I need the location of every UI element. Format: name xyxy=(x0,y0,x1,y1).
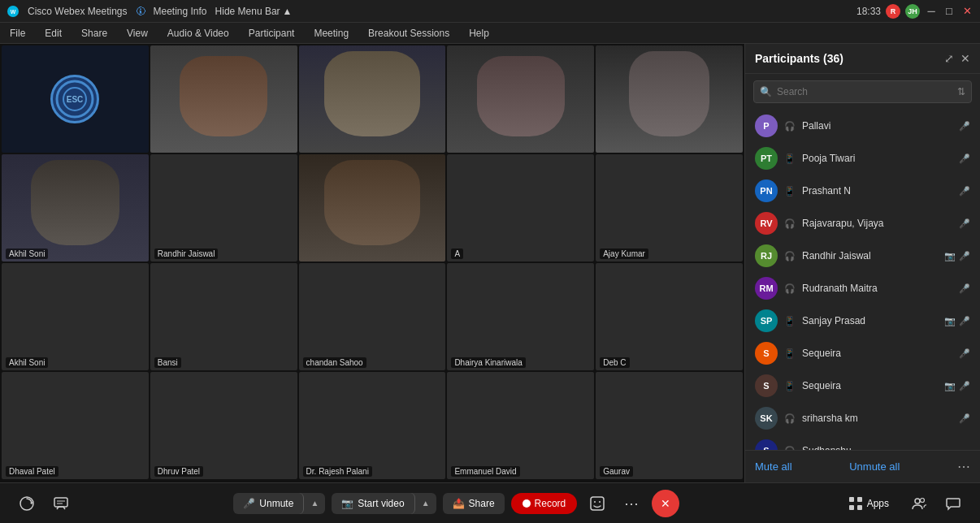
rotate-view-button[interactable] xyxy=(13,490,41,517)
close-button[interactable]: ✕ xyxy=(960,5,973,18)
share-button[interactable]: 📤 Share xyxy=(443,493,505,514)
video-name-gaurav: Gaurav xyxy=(600,466,633,477)
esc-logo: ESC xyxy=(50,75,99,123)
end-meeting-button[interactable]: ✕ xyxy=(652,490,679,517)
menu-audio-video[interactable]: Audio & Video xyxy=(164,26,232,41)
participant-item-sequeira2[interactable]: S 📱 Sequeira 📷 🎤 xyxy=(748,370,977,402)
icons-pallavi: 🎤 xyxy=(959,121,970,132)
video-row-1: ESC xyxy=(2,45,743,153)
video-name-akhil: Akhil Soni xyxy=(6,249,48,259)
participant-item-pooja[interactable]: PT 📱 Pooja Tiwari 🎤 xyxy=(748,142,977,175)
menu-file[interactable]: File xyxy=(7,26,28,41)
participants-list: P 🎧 Pallavi 🎤 PT 📱 Pooja Tiwari 🎤 PN 📱 P… xyxy=(745,110,980,450)
chat-button[interactable] xyxy=(47,490,75,517)
restore-button[interactable]: □ xyxy=(943,5,956,18)
participant-item-sriharsha[interactable]: SK 🎧 sriharsha km 🎤 xyxy=(748,402,977,434)
svg-point-18 xyxy=(920,498,924,502)
menu-view[interactable]: View xyxy=(124,26,151,41)
menu-edit[interactable]: Edit xyxy=(41,26,65,41)
chat-panel-button[interactable] xyxy=(939,490,967,517)
participant-item-pallavi[interactable]: P 🎧 Pallavi 🎤 xyxy=(748,110,977,142)
avatar-pooja: PT xyxy=(755,147,778,170)
close-panel-button[interactable]: ✕ xyxy=(960,52,970,65)
svg-point-11 xyxy=(594,501,596,503)
menu-help[interactable]: Help xyxy=(466,26,492,41)
unmute-dropdown[interactable]: ▲ xyxy=(304,494,325,512)
mute-icon-seq1: 🎤 xyxy=(959,348,970,359)
toolbar-left xyxy=(13,490,75,517)
more-options-button[interactable]: ⋯ xyxy=(957,459,970,474)
hide-menu-button[interactable]: Hide Menu Bar ▲ xyxy=(215,6,293,17)
chat-panel-icon xyxy=(945,495,961,512)
svg-rect-16 xyxy=(857,505,862,510)
menu-bar: File Edit Share View Audio & Video Parti… xyxy=(0,23,980,44)
menu-participant[interactable]: Participant xyxy=(245,26,298,41)
bottom-toolbar: 🎤 Unmute ▲ 📷 Start video ▲ 📤 Share Recor… xyxy=(0,482,980,523)
unmute-all-button[interactable]: Unmute all xyxy=(849,460,900,473)
icons-seq1: 🎤 xyxy=(959,348,970,359)
panel-icons: ⤢ ✕ xyxy=(944,52,970,65)
name-sequeira2: Sequeira xyxy=(802,380,938,391)
video-cell-p3 xyxy=(299,45,446,153)
video-name-akhil-s: Akhil Soni xyxy=(6,357,48,368)
title-bar-left: W Cisco Webex Meetings 🛈 Meeting Info Hi… xyxy=(7,5,292,18)
meeting-info-button[interactable]: Meeting Info xyxy=(154,6,207,17)
video-name-emmanuel: Emmanuel David xyxy=(451,466,519,477)
apps-button[interactable]: Apps xyxy=(839,491,899,516)
participants-button[interactable] xyxy=(905,490,933,517)
avatar-pallavi: P xyxy=(755,115,778,137)
avatar-sriharsha: SK xyxy=(755,407,778,430)
mic-icon: 🎤 xyxy=(243,498,255,509)
video-name-dhruv: Dhruv Patel xyxy=(154,466,203,477)
video-name-deb: Deb C xyxy=(600,357,629,368)
phone-icon-pooja: 📱 xyxy=(784,153,796,164)
start-video-button[interactable]: 📷 Start video xyxy=(332,493,414,514)
video-chevron-icon: ▲ xyxy=(422,499,430,508)
video-name-rajesh: Dr. Rajesh Palani xyxy=(303,466,372,477)
avatar-2: JH xyxy=(905,4,920,19)
headset-icon-randhir: 🎧 xyxy=(784,251,796,262)
video-dropdown[interactable]: ▲ xyxy=(415,494,436,512)
mute-icon-pooja: 🎤 xyxy=(959,153,970,164)
video-row-3: Akhil Soni Bansi chandan Sahoo Dhairya K… xyxy=(2,263,743,370)
video-cell-akhil-s: Akhil Soni xyxy=(2,263,149,370)
video-name-dhaval: Dhaval Patel xyxy=(6,466,59,477)
participant-item-sanjay[interactable]: SP 📱 Sanjay Prasad 📷 🎤 xyxy=(748,305,977,337)
participant-item-randhir[interactable]: RJ 🎧 Randhir Jaiswal 📷 🎤 xyxy=(748,240,977,272)
video-cell-bansi: Bansi xyxy=(150,263,297,370)
menu-breakout[interactable]: Breakout Sessions xyxy=(365,26,453,41)
video-grid: ESC Akhil Soni Rand xyxy=(0,44,744,482)
record-button[interactable]: Record xyxy=(511,493,578,514)
mute-all-button[interactable]: Mute all xyxy=(755,460,792,473)
minimize-button[interactable]: ─ xyxy=(925,5,938,18)
avatar-randhir: RJ xyxy=(755,244,778,267)
video-cell-deb: Deb C xyxy=(596,263,743,370)
video-group: 📷 Start video ▲ xyxy=(332,493,436,514)
phone-icon-sanjay: 📱 xyxy=(784,316,796,326)
video-cell-p5 xyxy=(596,45,743,153)
headset-icon-sriharsha: 🎧 xyxy=(784,413,796,424)
headset-icon-rudranath: 🎧 xyxy=(784,283,796,294)
participant-item-rudranath[interactable]: RM 🎧 Rudranath Maitra 🎤 xyxy=(748,272,977,305)
avatar-sudhanshu: S xyxy=(755,439,778,450)
more-button[interactable]: ⋯ xyxy=(618,490,645,517)
participant-item-prashant[interactable]: PN 📱 Prashant N 🎤 xyxy=(748,175,977,207)
search-input[interactable] xyxy=(753,80,972,103)
participant-item-sequeira1[interactable]: S 📱 Sequeira 🎤 xyxy=(748,337,977,370)
unmute-button[interactable]: 🎤 Unmute xyxy=(233,493,304,514)
popout-button[interactable]: ⤢ xyxy=(944,52,954,65)
name-sequeira1: Sequeira xyxy=(802,348,952,359)
svg-point-17 xyxy=(915,499,920,504)
participant-item-sudhanshu[interactable]: S 🎧 Sudhanshu xyxy=(748,434,977,450)
menu-meeting[interactable]: Meeting xyxy=(310,26,352,41)
icons-rudranath: 🎤 xyxy=(959,283,970,294)
reactions-button[interactable] xyxy=(583,490,611,517)
video-cell-ajay: Ajay Kumar xyxy=(596,154,743,262)
video-cell-rajesh: Dr. Rajesh Palani xyxy=(299,372,446,479)
participant-item-rajavarapu[interactable]: RV 🎧 Rajavarapu, Vijaya 🎤 xyxy=(748,207,977,240)
icons-sanjay: 📷 🎤 xyxy=(944,316,970,326)
menu-share[interactable]: Share xyxy=(78,26,111,41)
phone-icon-seq1: 📱 xyxy=(784,348,796,359)
panel-title: Participants (36) xyxy=(755,52,843,65)
video-cell-a: A xyxy=(447,154,594,262)
